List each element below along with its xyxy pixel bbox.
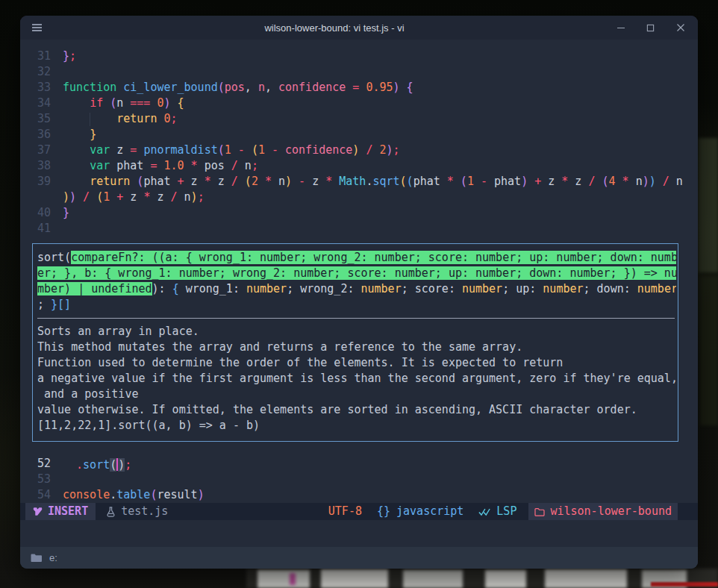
language-indicator: {} javascript xyxy=(377,504,463,519)
line-number: 33 xyxy=(20,80,51,96)
code-line[interactable]: 38 var phat = 1.0 * pos / n; xyxy=(20,158,698,174)
code-line[interactable]: 33function ci_lower_bound(pos, n, confid… xyxy=(20,80,698,96)
line-number: 41 xyxy=(20,221,51,237)
popup-line: This method mutates the array and return… xyxy=(37,340,676,355)
encoding-label: UTF-8 xyxy=(328,504,362,519)
text-cursor xyxy=(116,458,118,471)
line-number: 40 xyxy=(20,205,51,221)
code-block-lower[interactable]: 52 .sort();5354console.table(result) xyxy=(20,456,698,503)
line-number: 36 xyxy=(20,127,51,143)
line-number: 38 xyxy=(20,158,51,174)
minimize-button[interactable] xyxy=(616,23,625,33)
window-title: wilson-lower-bound: vi test.js - vi xyxy=(53,20,616,36)
terminal-window: wilson-lower-bound: vi test.js - vi 31};… xyxy=(20,16,698,569)
folder-icon xyxy=(534,507,545,516)
popup-line: Sorts an array in place. xyxy=(37,324,676,340)
project-indicator: wilson-lower-bound xyxy=(528,503,678,520)
close-icon xyxy=(676,23,685,32)
flask-icon xyxy=(106,507,116,517)
line-number: 37 xyxy=(20,143,51,158)
popup-line: ; }[] xyxy=(37,297,676,313)
popup-line: [11,2,22,1].sort((a, b) => a - b) xyxy=(37,418,676,434)
braces-icon: {} xyxy=(377,504,390,519)
close-button[interactable] xyxy=(675,23,685,33)
code-line[interactable]: )) / (1 + z * z / n); xyxy=(20,190,698,205)
code-line[interactable]: 31}; xyxy=(20,49,698,64)
code-line[interactable]: 41 xyxy=(20,221,698,237)
code-line[interactable]: 34 if (n === 0) { xyxy=(20,96,698,111)
code-line[interactable]: 35 return 0; xyxy=(20,111,698,127)
line-number: 52 xyxy=(20,456,51,472)
popup-line: a negative value if the first argument i… xyxy=(37,371,676,387)
language-label: javascript xyxy=(396,504,463,519)
lsp-indicator: LSP xyxy=(478,504,516,519)
menu-button[interactable] xyxy=(20,22,53,34)
indent-guide xyxy=(90,113,90,126)
vim-mode-indicator: INSERT xyxy=(25,503,96,520)
popup-line: Function used to determine the order of … xyxy=(37,355,676,371)
mode-label: INSERT xyxy=(48,504,88,519)
vim-icon xyxy=(33,507,43,516)
line-number: 39 xyxy=(20,174,51,190)
folder-filled-icon xyxy=(31,553,43,563)
double-check-icon xyxy=(478,507,490,516)
code-block-upper[interactable]: 31};3233function ci_lower_bound(pos, n, … xyxy=(20,49,698,237)
terminal-tab[interactable]: e: xyxy=(20,550,57,566)
line-number: 31 xyxy=(20,49,51,64)
hamburger-icon xyxy=(32,22,42,34)
line-number: 34 xyxy=(20,96,51,111)
lsp-label: LSP xyxy=(496,504,516,519)
statusbar-filename: test.js xyxy=(106,504,168,519)
popup-line: er; }, b: { wrong_1: number; wrong_2: nu… xyxy=(37,266,676,281)
line-number: 35 xyxy=(20,111,51,127)
line-number: 54 xyxy=(20,487,51,503)
code-line[interactable]: 54console.table(result) xyxy=(20,487,698,503)
popup-line: mber) | undefined): { wrong_1: number; w… xyxy=(37,281,676,297)
code-line[interactable]: 52 .sort(); xyxy=(20,456,698,472)
code-line[interactable]: 32 xyxy=(20,64,698,80)
maximize-icon xyxy=(646,24,655,32)
popup-line: sort(compareFn?: ((a: { wrong_1: number;… xyxy=(37,250,676,266)
popup-line: and a positive xyxy=(37,387,676,402)
popup-docs: Sorts an array in place.This method muta… xyxy=(37,324,676,434)
titlebar: wilson-lower-bound: vi test.js - vi xyxy=(20,16,698,40)
project-label: wilson-lower-bound xyxy=(550,504,672,519)
filename-label: test.js xyxy=(121,504,168,519)
popup-line: value otherwise. If omitted, the element… xyxy=(37,402,676,418)
code-line[interactable]: 36 } xyxy=(20,127,698,143)
popup-signature: sort(compareFn?: ((a: { wrong_1: number;… xyxy=(37,250,676,313)
lsp-hover-popup: sort(compareFn?: ((a: { wrong_1: number;… xyxy=(32,243,678,442)
line-number: 32 xyxy=(20,64,51,80)
maximize-button[interactable] xyxy=(646,23,655,33)
minimize-icon xyxy=(616,23,625,32)
code-line[interactable]: 39 return (phat + z * z / (2 * n) - z * … xyxy=(20,174,698,190)
popup-separator xyxy=(37,318,675,319)
statusbar: INSERT test.js UTF-8 {} javascript LSP w… xyxy=(20,503,698,520)
terminal-tab-label: e: xyxy=(49,550,57,566)
terminal-tab-bar: e: xyxy=(20,547,698,569)
code-line[interactable]: 53 xyxy=(20,472,698,487)
code-line[interactable]: 37 var z = pnormaldist(1 - (1 - confiden… xyxy=(20,143,698,158)
line-number xyxy=(20,190,51,205)
code-line[interactable]: 40} xyxy=(20,205,698,221)
line-number: 53 xyxy=(20,472,51,487)
